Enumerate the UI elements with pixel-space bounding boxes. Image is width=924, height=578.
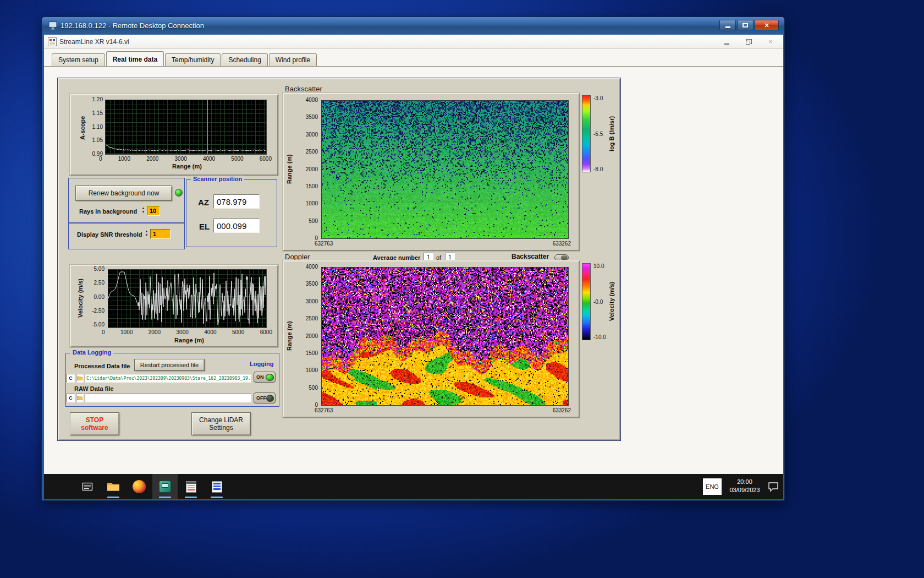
processed-drive-chip[interactable]: C xyxy=(67,374,75,383)
notification-center-icon[interactable] xyxy=(768,481,779,492)
tick-label: 1.15 xyxy=(92,110,103,116)
rays-in-background-label: Rays in background xyxy=(79,208,137,215)
el-label: EL xyxy=(199,222,210,231)
doppler-y-ticks: 40003500300025002000150010005000 xyxy=(297,264,318,408)
tick-label: -2.50 xyxy=(92,308,105,314)
tick-label: 10.0 xyxy=(593,263,606,269)
stop-software-label: STOP software xyxy=(81,416,108,432)
app-minimize-button[interactable] xyxy=(719,37,734,47)
tick-label: 1000 xyxy=(120,329,133,335)
taskbar-clock[interactable]: 20:00 03/09/2023 xyxy=(723,478,767,494)
raw-browse-icon[interactable] xyxy=(76,394,84,402)
snr-spinner[interactable]: ▲▼ xyxy=(144,230,149,237)
snr-value-field[interactable]: 1 xyxy=(150,229,170,239)
tick-label: 6000 xyxy=(260,156,272,162)
tick-label: 4000 xyxy=(203,156,215,162)
open-app-indicator xyxy=(211,497,223,498)
velocity-y-ticks: 5.002.500.00-2.50-5.00 xyxy=(86,266,105,328)
spin-down-icon[interactable]: ▼ xyxy=(142,210,145,214)
tick-label: 1500 xyxy=(306,350,318,356)
backscatter-colorbar xyxy=(582,95,591,172)
restart-processed-file-button[interactable]: Restart processed file xyxy=(134,359,205,371)
maximize-button[interactable] xyxy=(737,20,754,30)
app-close-button[interactable]: × xyxy=(763,37,778,47)
firefox-button[interactable] xyxy=(127,474,152,499)
tick-label: 633262 xyxy=(553,241,571,247)
renew-led-indicator xyxy=(175,189,183,197)
app-restore-button[interactable] xyxy=(741,37,756,47)
remote-desktop-screen: StreamLine XR v14-6.vi × System setupRea… xyxy=(44,35,783,499)
el-value-field[interactable]: 000.099 xyxy=(213,219,260,233)
snr-value: 1 xyxy=(153,231,156,237)
tick-label: 3000 xyxy=(175,156,187,162)
language-indicator[interactable]: ENG xyxy=(703,478,722,495)
minimize-button[interactable] xyxy=(719,20,736,30)
tick-label: 1000 xyxy=(306,200,318,206)
stop-software-button[interactable]: STOP software xyxy=(70,412,119,435)
folder-icon xyxy=(77,396,82,400)
file-explorer-button[interactable] xyxy=(101,474,126,499)
backscatter-toggle-label: Backscatter xyxy=(512,253,549,260)
app-titlebar[interactable]: StreamLine XR v14-6.vi × xyxy=(44,35,783,49)
document-icon xyxy=(212,481,222,493)
tab-scheduling[interactable]: Scheduling xyxy=(222,53,267,66)
clock-time: 20:00 xyxy=(723,478,767,486)
processed-browse-icon[interactable] xyxy=(76,374,84,383)
tab-wind-profile[interactable]: Wind profile xyxy=(269,53,317,66)
snr-threshold-label: Display SNR threshold xyxy=(77,231,142,238)
ascope-x-axis-label: Range (m) xyxy=(157,163,217,170)
tick-label: 500 xyxy=(309,385,318,391)
velocity-y-axis-label: Velocity (m/s) xyxy=(77,270,84,326)
renew-background-button[interactable]: Renew background now xyxy=(75,186,172,201)
tick-label: 6000 xyxy=(260,329,272,335)
rays-value-field[interactable]: 10 xyxy=(147,206,160,216)
spin-up-icon[interactable]: ▲ xyxy=(145,230,148,233)
tab-temp-humidity[interactable]: Temp/humidity xyxy=(165,53,221,66)
spin-up-icon[interactable]: ▲ xyxy=(142,206,145,210)
streamline-app-button[interactable] xyxy=(152,474,178,499)
tick-label: 2000 xyxy=(146,156,158,162)
backscatter-section-title: Backscatter xyxy=(285,85,322,93)
document-app-button[interactable] xyxy=(204,474,229,499)
tick-label: -0.0 xyxy=(593,299,606,305)
close-button[interactable]: × xyxy=(755,20,779,30)
rdp-window: 192.168.0.122 - Remote Desktop Connectio… xyxy=(41,17,785,501)
spin-down-icon[interactable]: ▼ xyxy=(145,233,148,237)
toggle-knob-off xyxy=(266,395,274,402)
rays-spinner[interactable]: ▲▼ xyxy=(141,206,146,214)
task-view-button[interactable] xyxy=(75,474,100,499)
language-code: ENG xyxy=(706,483,719,490)
renew-background-label: Renew background now xyxy=(89,189,160,197)
close-icon: × xyxy=(768,38,772,46)
az-value: 078.979 xyxy=(217,197,246,206)
tick-label: 500 xyxy=(309,218,318,224)
doppler-colorbar-label: Velocity (m/s) xyxy=(608,274,615,329)
tab-real-time-data[interactable]: Real time data xyxy=(106,51,164,67)
change-lidar-settings-button[interactable]: Change LiDAR Settings xyxy=(191,412,251,435)
az-value-field[interactable]: 078.979 xyxy=(213,194,260,209)
rdp-window-controls: × xyxy=(719,20,779,30)
doppler-heatmap xyxy=(321,267,569,406)
scan-scheduler-button[interactable] xyxy=(178,474,204,499)
doppler-y-axis-label: Range (m) xyxy=(286,308,293,363)
drive-letter: C xyxy=(69,375,73,381)
restart-processed-file-label: Restart processed file xyxy=(140,362,199,368)
rdp-titlebar[interactable]: 192.168.0.122 - Remote Desktop Connectio… xyxy=(42,17,784,35)
vi-icon xyxy=(48,37,57,46)
raw-logging-toggle[interactable]: OFF xyxy=(254,392,276,403)
tick-label: 0 xyxy=(99,156,102,162)
tick-label: 1.20 xyxy=(92,96,103,102)
raw-drive-chip[interactable]: C xyxy=(67,394,75,402)
raw-path-field[interactable] xyxy=(85,394,251,402)
tab-system-setup[interactable]: System setup xyxy=(52,53,105,66)
scanner-position-title: Scanner position xyxy=(191,176,244,182)
ascope-y-ticks: 1.201.151.101.050.99 xyxy=(86,96,103,157)
ascope-graph xyxy=(105,100,267,155)
doppler-colorbar-ticks: 10.0-0.0-10.0 xyxy=(593,263,606,340)
processed-logging-toggle[interactable]: ON xyxy=(254,372,276,383)
rdp-computer-icon xyxy=(48,21,58,30)
processed-path-field[interactable]: C:\Lidar\Data\Proc\2023\202309\20230903\… xyxy=(85,374,251,383)
tick-label: 2000 xyxy=(148,329,161,335)
tick-label: 1500 xyxy=(306,183,318,189)
minimize-icon xyxy=(725,26,730,28)
